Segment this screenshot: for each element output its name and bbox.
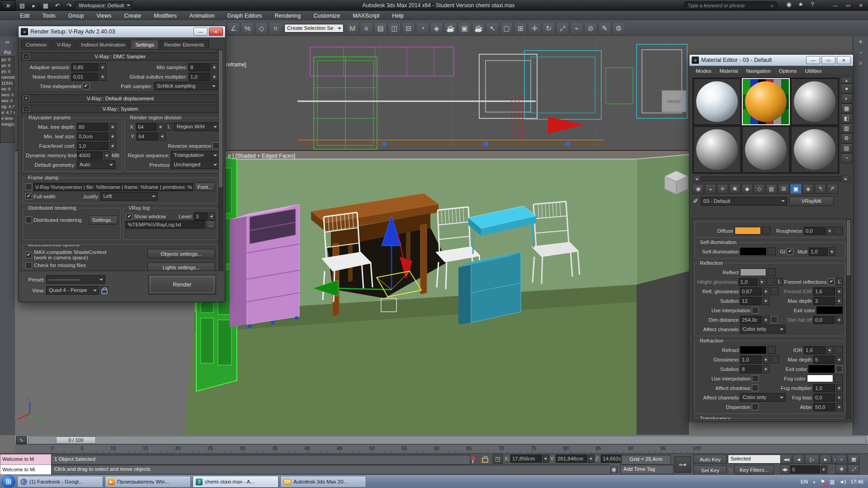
- render-setup-minimize-button[interactable]: —: [193, 28, 208, 36]
- subdivs-field[interactable]: 12: [740, 297, 762, 305]
- select-by-material-icon[interactable]: ◔: [841, 153, 852, 163]
- reset-material-icon[interactable]: ✖: [729, 184, 741, 194]
- infocenter-favorites-icon[interactable]: ★: [796, 0, 806, 8]
- me-menu-utilities[interactable]: Utilities: [801, 66, 825, 75]
- global-subdivs-spinner[interactable]: [212, 73, 218, 81]
- face-level-coef-field[interactable]: 1,0: [77, 142, 108, 150]
- slots-scroll-up[interactable]: ▲: [841, 77, 852, 84]
- scale-icon[interactable]: ⤢: [556, 22, 569, 35]
- time-slider-handle[interactable]: 0 / 100: [56, 436, 96, 444]
- sidebar-link-icon[interactable]: ∞: [0, 36, 15, 47]
- reflect-swatch[interactable]: [740, 268, 766, 276]
- background-icon[interactable]: ▦: [841, 103, 852, 113]
- search-icon[interactable]: ⌕: [771, 3, 774, 9]
- refr-affect-channels-dropdown[interactable]: Color only: [740, 393, 786, 402]
- rollout-system[interactable]: - V-Ray:: System: [21, 105, 219, 113]
- make-unique-icon[interactable]: ◇: [754, 184, 765, 194]
- ior-field[interactable]: 1,6: [804, 346, 826, 354]
- frame-stamp-field[interactable]: V-Ray %vrayversion | file: %filename | f…: [33, 183, 193, 191]
- zoom-all-icon[interactable]: ▦: [848, 455, 859, 464]
- menu-rendering[interactable]: Rendering: [269, 11, 307, 20]
- put-to-scene-icon[interactable]: ◒: [705, 184, 716, 194]
- new-key-curve-icon[interactable]: ∿: [728, 466, 733, 473]
- tab-vray[interactable]: V-Ray: [52, 40, 75, 49]
- spinner[interactable]: [763, 297, 769, 305]
- menu-modifiers[interactable]: Modifiers: [147, 11, 183, 20]
- menu-maxscript[interactable]: MAXScript: [346, 11, 386, 20]
- mini-curve-editor-button[interactable]: ∿: [16, 436, 27, 444]
- tab-settings[interactable]: Settings: [131, 40, 159, 49]
- default-geometry-dropdown[interactable]: Auto: [77, 160, 115, 169]
- spinner[interactable]: [104, 151, 110, 160]
- tab-common[interactable]: Common: [21, 40, 52, 49]
- pan-icon[interactable]: ✥: [835, 465, 847, 474]
- selection-set-combo[interactable]: Create Selection Se: [284, 24, 344, 33]
- menu-group[interactable]: Group: [62, 11, 90, 20]
- rendered-frame-window-icon[interactable]: ▣: [458, 22, 471, 35]
- next-frame-button[interactable]: ▶: [820, 455, 831, 464]
- diffuse-color-swatch[interactable]: [735, 227, 761, 235]
- region-lock-button[interactable]: L: [165, 123, 173, 131]
- go-to-sibling-icon[interactable]: ↱: [827, 184, 838, 194]
- maxscript-macro-recorder[interactable]: Welcome to M: [0, 454, 52, 465]
- align-icon[interactable]: ≡: [360, 22, 373, 35]
- level-field[interactable]: 3: [194, 212, 208, 221]
- maximize-button[interactable]: ▭: [842, 2, 854, 9]
- select-by-name-icon[interactable]: ▢: [500, 22, 513, 35]
- adaptive-amount-spinner[interactable]: [100, 63, 106, 71]
- noise-threshold-field[interactable]: 0,01: [71, 73, 99, 81]
- use-interpolation-checkbox[interactable]: [752, 307, 759, 314]
- dispersion-checkbox[interactable]: [752, 404, 759, 410]
- angle-snap-icon[interactable]: ∠: [227, 22, 240, 35]
- selection-lock-icon[interactable]: [482, 455, 488, 463]
- unlink-icon[interactable]: ⊘: [584, 22, 597, 35]
- assign-to-selection-icon[interactable]: ✛: [717, 184, 728, 194]
- open-file-icon[interactable]: ▸: [29, 1, 39, 9]
- distributed-rendering-checkbox[interactable]: [25, 216, 32, 223]
- spinner[interactable]: [827, 227, 833, 235]
- spinner[interactable]: [829, 248, 835, 256]
- ior-map-button[interactable]: [835, 346, 843, 354]
- network-icon[interactable]: ▥: [830, 479, 835, 485]
- spinner[interactable]: [110, 142, 116, 150]
- sample-type-icon[interactable]: ●: [841, 84, 852, 94]
- pick-material-eyedropper-icon[interactable]: ✐: [693, 197, 698, 205]
- options-icon[interactable]: ▤: [841, 143, 852, 153]
- refract-swatch[interactable]: [740, 346, 766, 354]
- y-coordinate-field[interactable]: 261,846cm: [556, 455, 587, 463]
- backlight-icon[interactable]: ◐: [841, 94, 852, 103]
- refr-exit-color-swatch[interactable]: [808, 365, 835, 373]
- material-id-icon[interactable]: ⊞: [778, 184, 789, 194]
- select-object-icon[interactable]: ↖: [486, 22, 499, 35]
- tab-indirect-illumination[interactable]: Indirect illumination: [76, 40, 130, 49]
- slots-scroll-left[interactable]: ◄: [693, 176, 700, 182]
- dim-distance-field[interactable]: 254,0c: [740, 316, 762, 324]
- show-window-checkbox[interactable]: [126, 213, 132, 220]
- play-button[interactable]: ▷: [805, 455, 819, 464]
- key-filters-button[interactable]: Key Filters...: [734, 465, 774, 474]
- material-slot-5[interactable]: [742, 126, 790, 173]
- video-color-check-icon[interactable]: ▨: [841, 123, 852, 133]
- menu-customize[interactable]: Customize: [307, 11, 346, 20]
- view-lock-button[interactable]: [100, 286, 108, 294]
- transform-typein-mode-icon[interactable]: ◳: [493, 455, 503, 464]
- edit-named-selections-icon[interactable]: ⌗: [269, 22, 282, 35]
- me-minimize-button[interactable]: —: [806, 56, 820, 64]
- workspace-dropdown[interactable]: Workspace: Default: [75, 1, 132, 10]
- spinner[interactable]: [209, 212, 215, 221]
- close-button[interactable]: ✕: [854, 2, 867, 9]
- me-menu-navigation[interactable]: Navigation: [742, 66, 774, 75]
- dr-settings-button[interactable]: Settings...: [89, 216, 118, 225]
- material-slot-1[interactable]: [693, 78, 741, 125]
- spinner[interactable]: [543, 455, 549, 463]
- go-to-parent-icon[interactable]: ↰: [815, 184, 826, 194]
- spinner[interactable]: [160, 132, 166, 141]
- roughness-field[interactable]: 0,0: [804, 227, 826, 235]
- 3dsmax-logo-icon[interactable]: »: [1, 0, 15, 11]
- material-editor-scrollbar[interactable]: [846, 219, 851, 419]
- taskbar-button-explorer[interactable]: Autodesk 3ds Max 20...: [280, 476, 366, 488]
- fog-color-swatch[interactable]: [807, 375, 833, 382]
- start-button[interactable]: ⊞: [2, 475, 15, 488]
- menu-help[interactable]: Help: [386, 11, 410, 20]
- roughness-map-button[interactable]: [835, 227, 843, 235]
